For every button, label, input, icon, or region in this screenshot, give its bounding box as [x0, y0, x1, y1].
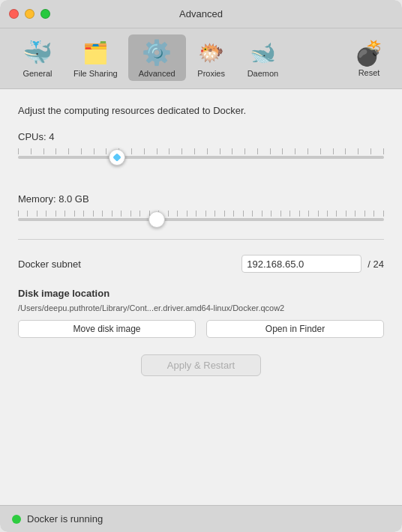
status-text: Docker is running — [27, 513, 103, 525]
toolbar-item-general[interactable]: 🐳 General — [12, 34, 63, 81]
general-label: General — [22, 69, 52, 78]
memory-slider-track[interactable] — [18, 218, 384, 221]
reset-icon: 💣 — [354, 38, 384, 68]
toolbar-item-file-sharing[interactable]: 🗂️ File Sharing — [63, 34, 128, 81]
memory-slider-area[interactable] — [18, 211, 384, 221]
disk-buttons: Move disk image Open in Finder — [18, 320, 384, 338]
open-finder-button[interactable]: Open in Finder — [206, 320, 384, 338]
proxies-icon: 🐡 — [196, 37, 226, 67]
toolbar: 🐳 General 🗂️ File Sharing ⚙️ Advanced 🐡 … — [0, 28, 402, 89]
toolbar-item-advanced[interactable]: ⚙️ Advanced — [128, 34, 186, 81]
description-text: Adjust the computing resources dedicated… — [18, 104, 384, 118]
disk-path: /Users/deepu.puthrote/Library/Cont...er.… — [18, 303, 384, 312]
toolbar-item-proxies[interactable]: 🐡 Proxies — [186, 34, 237, 81]
cpu-slider-area[interactable] — [18, 148, 384, 178]
toolbar-item-daemon[interactable]: 🐋 Daemon — [237, 34, 290, 81]
disk-section: Disk image location /Users/deepu.puthrot… — [18, 288, 384, 338]
memory-section: Memory: 8.0 GB — [18, 193, 384, 221]
file-sharing-label: File Sharing — [74, 69, 118, 78]
subnet-right: / 24 — [242, 255, 384, 273]
reset-button[interactable]: 💣 Reset — [348, 35, 390, 80]
memory-label: Memory: 8.0 GB — [18, 193, 384, 205]
cpu-section: CPUs: 4 — [18, 131, 384, 178]
subnet-mask: / 24 — [368, 259, 384, 270]
cpu-handle-shape — [112, 154, 121, 162]
subnet-input[interactable] — [242, 255, 362, 273]
statusbar: Docker is running — [0, 505, 402, 532]
close-button[interactable] — [9, 9, 19, 19]
cpu-ticks — [18, 148, 384, 154]
proxies-label: Proxies — [197, 69, 225, 78]
apply-restart-wrap: Apply & Restart — [18, 354, 384, 376]
move-disk-button[interactable]: Move disk image — [18, 320, 196, 338]
divider-1 — [18, 239, 384, 240]
toolbar-nav: 🐳 General 🗂️ File Sharing ⚙️ Advanced 🐡 … — [12, 34, 289, 81]
advanced-label: Advanced — [139, 69, 176, 78]
memory-ticks — [18, 211, 384, 217]
disk-section-title: Disk image location — [18, 288, 384, 299]
file-sharing-icon: 🗂️ — [80, 37, 110, 67]
subnet-row: Docker subnet / 24 — [18, 252, 384, 273]
cpu-slider-handle[interactable] — [109, 149, 125, 166]
advanced-icon: ⚙️ — [142, 37, 172, 67]
minimize-button[interactable] — [25, 9, 34, 19]
memory-slider-handle[interactable] — [148, 211, 165, 228]
status-dot — [12, 515, 21, 524]
reset-label: Reset — [358, 68, 380, 77]
cpu-slider-track[interactable] — [18, 156, 384, 159]
window-controls[interactable] — [9, 9, 50, 19]
cpu-label: CPUs: 4 — [18, 131, 384, 142]
titlebar: Advanced — [0, 0, 402, 28]
daemon-icon: 🐋 — [248, 37, 278, 67]
subnet-label: Docker subnet — [18, 259, 81, 270]
general-icon: 🐳 — [22, 37, 52, 67]
main-content: Adjust the computing resources dedicated… — [0, 89, 402, 505]
maximize-button[interactable] — [40, 9, 50, 19]
window-title: Advanced — [179, 8, 223, 19]
apply-restart-button[interactable]: Apply & Restart — [141, 354, 261, 376]
daemon-label: Daemon — [248, 69, 279, 78]
